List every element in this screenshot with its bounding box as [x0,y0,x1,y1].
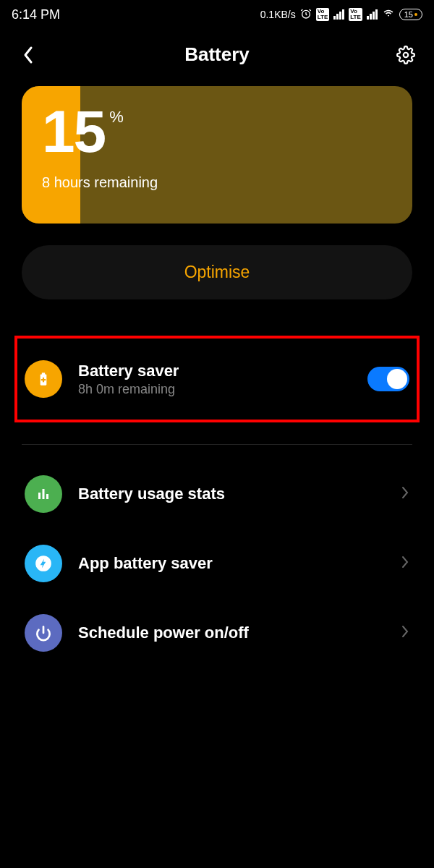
status-bar: 6:14 PM 0.1KB/s VoLTE VoLTE 15 [0,0,434,29]
stats-icon [25,475,62,513]
signal-icon-2 [367,9,378,20]
battery-time-remaining: 8 hours remaining [42,174,392,191]
bolt-icon [25,545,62,582]
wifi-icon [382,8,395,21]
menu-item-label: Battery usage stats [78,485,401,503]
svg-rect-6 [38,493,41,499]
page-title: Battery [184,43,250,66]
battery-saver-title: Battery saver [78,362,367,380]
svg-rect-8 [46,494,48,499]
battery-status-icon: 15 [399,9,422,20]
header: Battery [0,29,434,86]
signal-icon-1 [333,9,344,20]
back-button[interactable] [17,44,39,66]
status-time: 6:14 PM [12,7,60,22]
divider [22,444,412,445]
chevron-right-icon [401,485,409,503]
menu-item-label: Schedule power on/off [78,624,401,642]
data-rate: 0.1KB/s [260,9,296,20]
status-icons: 0.1KB/s VoLTE VoLTE 15 [260,8,422,22]
chevron-right-icon [401,624,409,642]
battery-saver-icon [25,360,62,398]
volte-icon-2: VoLTE [349,8,362,21]
battery-saver-subtitle: 8h 0m remaining [78,382,367,397]
power-icon [25,614,62,652]
chevron-right-icon [401,555,409,572]
svg-rect-5 [41,379,46,380]
schedule-power-row[interactable]: Schedule power on/off [22,598,412,668]
svg-rect-7 [43,489,45,499]
battery-percent-value: 15 [42,102,105,161]
battery-usage-stats-row[interactable]: Battery usage stats [22,459,412,529]
battery-saver-row[interactable]: Battery saver 8h 0m remaining [22,349,412,409]
optimise-button[interactable]: Optimise [22,245,412,299]
settings-button[interactable] [395,44,417,66]
battery-level-card: 15 % 8 hours remaining [22,86,412,224]
app-battery-saver-row[interactable]: App battery saver [22,529,412,598]
menu-item-label: App battery saver [78,554,401,573]
svg-rect-3 [42,373,45,375]
volte-icon-1: VoLTE [316,8,330,21]
svg-point-1 [404,52,409,57]
highlight-annotation: Battery saver 8h 0m remaining [14,336,420,422]
alarm-icon [300,8,312,22]
battery-percent-unit: % [109,108,124,127]
battery-saver-toggle[interactable] [367,367,409,391]
